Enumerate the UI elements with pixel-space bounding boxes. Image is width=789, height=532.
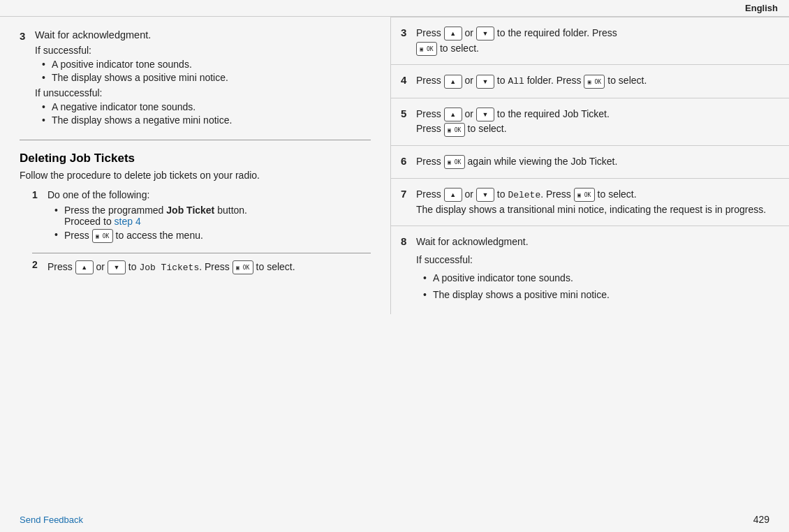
footer: Send Feedback 429 xyxy=(0,507,789,532)
list-item: A positive indicator tone sounds. xyxy=(423,271,776,286)
language-label: English xyxy=(745,3,778,13)
up-arrow-icon-r4 xyxy=(444,75,462,89)
ok-icon-r5 xyxy=(444,123,465,137)
r8-if-success: If successful: xyxy=(416,253,776,268)
r3-select: to select. xyxy=(437,43,479,54)
right-step7: 7 Press or to Delete. Press to select. T… xyxy=(391,179,789,227)
r4-to: to xyxy=(494,75,508,86)
down-arrow-icon xyxy=(108,260,126,274)
list-item: Press the programmed Job Ticket button.P… xyxy=(54,205,247,227)
main-content: 3 Wait for acknowledgment. If successful… xyxy=(0,17,789,314)
nested-step1-content: Do one of the following: Press the progr… xyxy=(47,189,247,246)
r8-success-list: A positive indicator tone sounds. The di… xyxy=(416,271,776,303)
r4-select: to select. xyxy=(605,75,647,86)
right-step5-num: 5 xyxy=(401,107,416,119)
nested-step2-num: 2 xyxy=(32,259,47,270)
step2-to: to xyxy=(126,261,139,272)
left-step3-title: Wait for acknowledgment. xyxy=(35,29,371,40)
bullet1-text-before: Press the programmed xyxy=(64,205,166,216)
r7-or: or xyxy=(462,189,476,200)
up-arrow-icon xyxy=(75,260,94,274)
r7-to: to xyxy=(494,189,508,200)
up-arrow-icon-r7 xyxy=(444,188,462,202)
bullet2-text-after: to access the menu. xyxy=(113,230,203,241)
r5-after: to the required Job Ticket. xyxy=(494,108,610,119)
r3-press1: Press xyxy=(416,27,444,38)
top-bar: English xyxy=(0,0,789,17)
right-step3: 3 Press or to the required folder. Press… xyxy=(391,17,789,65)
left-step3-fail-list: A negative indicator tone sounds. The di… xyxy=(35,101,371,126)
deleting-section: Deleting Job Tickets Follow the procedur… xyxy=(20,152,371,276)
right-step3-content: Press or to the required folder. Press t… xyxy=(416,26,776,56)
list-item: A positive indicator tone sounds. xyxy=(42,59,371,70)
left-step3-success-list: A positive indicator tone sounds. The di… xyxy=(35,59,371,83)
page-number: 429 xyxy=(753,514,769,525)
right-step5-content: Press or to the required Job Ticket. Pre… xyxy=(416,107,776,137)
right-step4-num: 4 xyxy=(401,73,416,86)
step2-press2: . Press xyxy=(199,261,232,272)
bullet2-text-before: Press xyxy=(64,230,92,241)
right-step6-num: 6 xyxy=(401,154,416,167)
right-step6-content: Press again while viewing the Job Ticket… xyxy=(416,154,776,170)
send-feedback-link[interactable]: Send Feedback xyxy=(20,515,83,525)
step4-link[interactable]: step 4 xyxy=(115,216,141,227)
right-step3-num: 3 xyxy=(401,26,416,38)
section-intro: Follow the procedure to delete job ticke… xyxy=(20,170,371,181)
right-step7-num: 7 xyxy=(401,187,416,200)
nested-step1-title: Do one of the following: xyxy=(47,189,247,200)
r5-press2: Press xyxy=(416,123,444,134)
r3-after: to the required folder. Press xyxy=(494,27,617,38)
down-arrow-icon-r3 xyxy=(476,27,494,40)
r6-press: Press xyxy=(416,156,444,167)
right-step6: 6 Press again while viewing the Job Tick… xyxy=(391,146,789,179)
right-step8-num: 8 xyxy=(401,235,416,247)
nested-step1: 1 Do one of the following: Press the pro… xyxy=(32,189,371,246)
left-step3-if-fail: If unsuccessful: xyxy=(35,87,371,98)
right-step5: 5 Press or to the required Job Ticket. P… xyxy=(391,98,789,146)
r5-or: or xyxy=(462,108,476,119)
down-arrow-icon-r4 xyxy=(476,75,494,89)
up-arrow-icon-r3 xyxy=(444,27,462,40)
ok-button-icon2 xyxy=(233,260,253,274)
r7-mono: Delete xyxy=(508,190,540,200)
ok-button-icon xyxy=(92,229,113,243)
list-item: The display shows a positive mini notice… xyxy=(42,72,371,83)
down-arrow-icon-r7 xyxy=(476,188,494,202)
nested-step1-bullets: Press the programmed Job Ticket button.P… xyxy=(47,205,247,243)
nested-step1-num: 1 xyxy=(32,189,47,200)
left-step3: 3 Wait for acknowledgment. If successful… xyxy=(20,29,371,128)
step2-mono: Job Tickets xyxy=(139,263,199,273)
left-step3-num: 3 xyxy=(20,29,35,42)
section-title: Deleting Job Tickets xyxy=(20,152,371,165)
left-column: 3 Wait for acknowledgment. If successful… xyxy=(0,17,391,314)
bullet1-bold: Job Ticket xyxy=(166,205,214,216)
nested-step2-content: Press or to Job Tickets. Press to select… xyxy=(47,259,295,276)
r7-press1: Press xyxy=(416,189,444,200)
r3-or: or xyxy=(462,27,476,38)
list-item: Press to access the menu. xyxy=(54,229,247,243)
step2-to-select: to select. xyxy=(253,261,295,272)
right-column: 3 Press or to the required folder. Press… xyxy=(391,17,789,314)
section-divider xyxy=(20,140,371,140)
nested-step2-row: 2 Press or to Job Tickets. Press to sele… xyxy=(32,259,371,276)
up-arrow-icon-r5 xyxy=(444,108,462,121)
list-item: The display shows a positive mini notice… xyxy=(423,288,776,303)
nested-steps: 1 Do one of the following: Press the pro… xyxy=(32,189,371,276)
r4-press1: Press xyxy=(416,75,444,86)
right-step8-content: Wait for acknowledgment. If successful: … xyxy=(416,235,776,306)
list-item: The display shows a negative mini notice… xyxy=(42,114,371,126)
nested-step1-row: 1 Do one of the following: Press the pro… xyxy=(32,189,371,246)
right-step4: 4 Press or to All folder. Press to selec… xyxy=(391,65,789,98)
step2-press: Press xyxy=(47,261,75,272)
ok-icon-r3 xyxy=(416,42,437,56)
left-step3-content: Wait for acknowledgment. If successful: … xyxy=(35,29,371,128)
r6-after: again while viewing the Job Ticket. xyxy=(465,156,618,167)
r8-title: Wait for acknowledgment. xyxy=(416,235,776,250)
r7-line2: The display shows a transitional mini no… xyxy=(416,204,766,215)
left-step3-if-success: If successful: xyxy=(35,45,371,56)
r7-select: to select. xyxy=(595,189,637,200)
down-arrow-icon-r5 xyxy=(476,108,494,121)
right-step7-content: Press or to Delete. Press to select. The… xyxy=(416,187,776,218)
r5-select: to select. xyxy=(465,123,507,134)
nested-step2: 2 Press or to Job Tickets. Press to sele… xyxy=(32,259,371,276)
